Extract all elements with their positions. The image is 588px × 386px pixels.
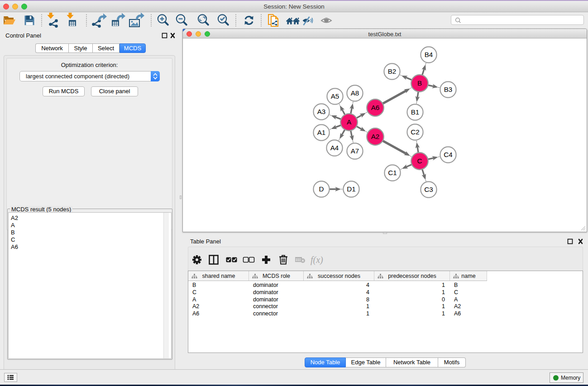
- svg-text:B4: B4: [425, 51, 433, 58]
- svg-text:B: B: [417, 79, 422, 87]
- svg-text:D: D: [319, 185, 324, 193]
- svg-text:A8: A8: [351, 89, 359, 97]
- svg-text:B3: B3: [444, 86, 453, 93]
- svg-text:A2: A2: [371, 133, 380, 140]
- svg-text:C1: C1: [388, 169, 397, 176]
- svg-text:A: A: [347, 118, 352, 126]
- svg-text:A5: A5: [331, 92, 339, 100]
- svg-text:C: C: [417, 157, 422, 165]
- svg-text:B1: B1: [411, 108, 420, 116]
- svg-text:f(x): f(x): [311, 255, 323, 265]
- svg-text:C4: C4: [444, 151, 452, 158]
- svg-text:B2: B2: [388, 67, 397, 75]
- svg-text:A6: A6: [371, 104, 380, 111]
- svg-text:A4: A4: [330, 144, 339, 152]
- svg-text:C3: C3: [424, 186, 433, 193]
- svg-text:D1: D1: [347, 185, 355, 193]
- svg-text:C2: C2: [411, 128, 419, 136]
- svg-text:A3: A3: [317, 108, 326, 115]
- svg-text:A1: A1: [317, 129, 326, 136]
- svg-text:A7: A7: [351, 147, 359, 155]
